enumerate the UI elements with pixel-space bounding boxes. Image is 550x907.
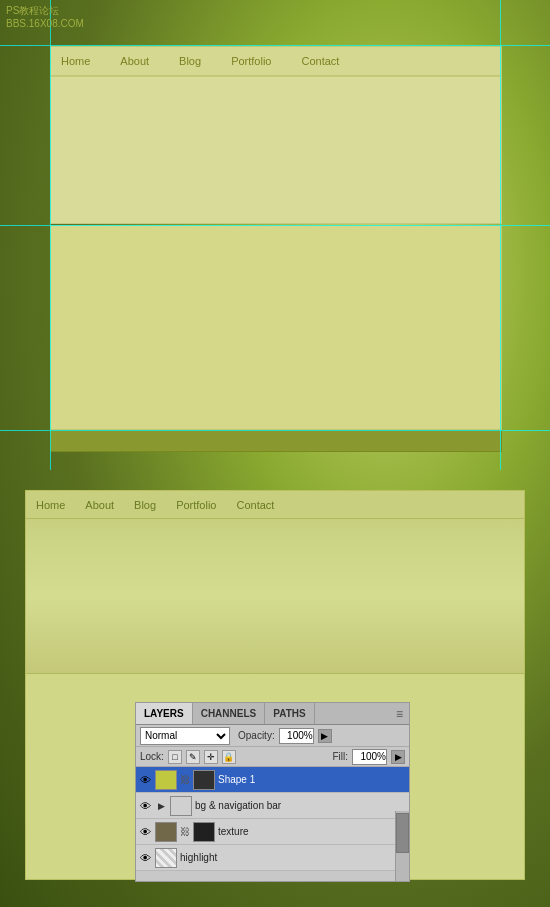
layer-thumb-texture <box>155 822 177 842</box>
layer-name-texture: texture <box>218 826 396 837</box>
nav-portfolio[interactable]: Portfolio <box>231 55 271 67</box>
nav-about[interactable]: About <box>120 55 149 67</box>
footer-bar <box>50 430 502 452</box>
watermark: PS教程论坛 BBS.16X08.COM <box>6 4 84 30</box>
tab-paths[interactable]: PATHS <box>265 703 314 724</box>
lock-fill-controls: Lock: □ ✎ ✛ 🔒 Fill: ▶ <box>136 747 409 767</box>
lock-all-button[interactable]: 🔒 <box>222 750 236 764</box>
tab-layers[interactable]: LAYERS <box>136 703 193 724</box>
layer-thumb-shape1 <box>155 770 177 790</box>
tab-channels[interactable]: CHANNELS <box>193 703 266 724</box>
layer-chain-texture: ⛓ <box>180 826 190 837</box>
layer-row-highlight[interactable]: 👁 highlight <box>136 845 409 871</box>
guide-horizontal-2 <box>0 225 550 226</box>
preview-content-area <box>26 519 524 674</box>
layers-menu-button[interactable]: ≡ <box>390 707 409 721</box>
layer-mask-shape1 <box>193 770 215 790</box>
fill-input[interactable] <box>352 749 387 765</box>
preview-nav-bar: Home About Blog Portfolio Contact <box>26 491 524 519</box>
fill-label: Fill: <box>332 751 348 762</box>
layers-panel: LAYERS CHANNELS PATHS ≡ Normal Opacity: … <box>135 702 410 882</box>
content-box-1 <box>50 76 502 224</box>
preview-nav-home[interactable]: Home <box>36 499 65 511</box>
layer-row-bg-nav[interactable]: 👁 ▶ bg & navigation bar <box>136 793 409 819</box>
layer-row-shape1[interactable]: 👁 ⛓ Shape 1 <box>136 767 409 793</box>
guide-horizontal-3 <box>0 430 550 431</box>
content-box-2 <box>50 225 502 430</box>
layer-eye-texture[interactable]: 👁 <box>138 825 152 839</box>
layer-eye-shape1[interactable]: 👁 <box>138 773 152 787</box>
layer-mask-texture <box>193 822 215 842</box>
opacity-increase-arrow[interactable]: ▶ <box>318 729 332 743</box>
blend-mode-select[interactable]: Normal <box>140 727 230 745</box>
layers-tabs-bar: LAYERS CHANNELS PATHS ≡ <box>136 703 409 725</box>
layer-name-bg-nav: bg & navigation bar <box>195 800 407 811</box>
opacity-label: Opacity: <box>238 730 275 741</box>
nav-contact[interactable]: Contact <box>301 55 339 67</box>
layer-name-shape1: Shape 1 <box>218 774 407 785</box>
preview-nav-contact[interactable]: Contact <box>236 499 274 511</box>
guide-vertical-2 <box>500 0 501 470</box>
guide-horizontal-1 <box>0 45 550 46</box>
preview-nav-portfolio[interactable]: Portfolio <box>176 499 216 511</box>
layer-chain-shape1: ⛓ <box>180 774 190 785</box>
nav-blog[interactable]: Blog <box>179 55 201 67</box>
fill-increase-arrow[interactable]: ▶ <box>391 750 405 764</box>
layer-expand-bg-nav[interactable]: ▶ <box>155 800 167 812</box>
lock-image-button[interactable]: ✎ <box>186 750 200 764</box>
layer-eye-bg-nav[interactable]: 👁 <box>138 799 152 813</box>
lock-position-button[interactable]: ✛ <box>204 750 218 764</box>
layer-eye-highlight[interactable]: 👁 <box>138 851 152 865</box>
preview-nav-about[interactable]: About <box>85 499 114 511</box>
layer-thumb-bg-nav <box>170 796 192 816</box>
lock-transparency-button[interactable]: □ <box>168 750 182 764</box>
layer-thumb-highlight <box>155 848 177 868</box>
layers-scrollbar[interactable] <box>395 811 409 881</box>
nav-bar-top: Home About Blog Portfolio Contact <box>50 46 502 76</box>
layer-name-highlight: highlight <box>180 852 407 863</box>
layers-scroll-thumb[interactable] <box>396 813 409 853</box>
opacity-input[interactable] <box>279 728 314 744</box>
lock-label: Lock: <box>140 751 164 762</box>
guide-vertical-1 <box>50 0 51 470</box>
blend-opacity-controls: Normal Opacity: ▶ <box>136 725 409 747</box>
preview-nav-blog[interactable]: Blog <box>134 499 156 511</box>
layer-row-texture[interactable]: 👁 ⛓ texture ⊙ <box>136 819 409 845</box>
nav-home[interactable]: Home <box>61 55 90 67</box>
upper-design-area: Home About Blog Portfolio Contact <box>0 0 550 470</box>
